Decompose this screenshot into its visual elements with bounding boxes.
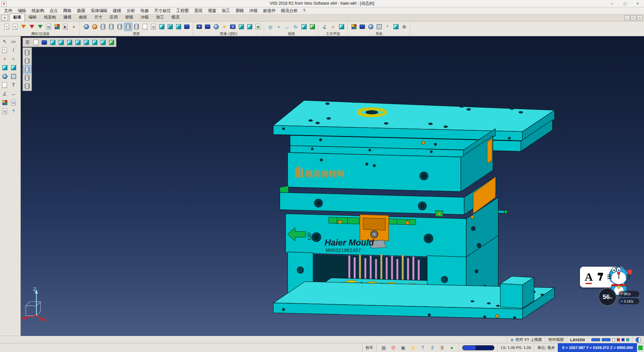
menu-standard-parts[interactable]: 标准件 <box>260 7 278 14</box>
view-mode-cell[interactable]: ⊕ 绝对 XY 上视图 <box>507 337 545 343</box>
menu-mold[interactable]: 塑模 <box>233 7 247 14</box>
filter-orange-icon[interactable] <box>19 23 28 31</box>
dimension-tool-icon[interactable]: ↔ <box>9 90 17 98</box>
globe-cell[interactable] <box>632 337 644 343</box>
tab-moldflow[interactable]: 模流 <box>168 13 183 21</box>
save-status-icon[interactable]: ▣ <box>399 344 407 352</box>
color-swatch-white[interactable] <box>612 338 615 341</box>
clipboard-icon[interactable]: ▤ <box>1 107 9 115</box>
zoom-in-icon[interactable]: + <box>275 23 283 31</box>
attribute-edit-icon[interactable]: ✎ <box>3 23 11 31</box>
help-status-icon[interactable]: ? <box>419 344 427 352</box>
snap-settings-icon[interactable]: * <box>383 23 391 31</box>
menu-moldflow[interactable]: 模流分析 <box>278 7 301 14</box>
absolute-view-cell[interactable]: 绝对视图 <box>545 337 567 343</box>
pan-view-icon[interactable]: ↔ <box>283 23 291 31</box>
clear-filter-icon[interactable]: × <box>70 23 78 31</box>
minimize-button[interactable]: – <box>606 0 619 7</box>
display-wireframe-cylinder-icon[interactable] <box>23 57 31 65</box>
mask-filter-icon[interactable]: ◧ <box>61 23 69 31</box>
system-cube-icon[interactable] <box>392 23 400 31</box>
tab-machining[interactable]: 加工 <box>152 13 168 21</box>
lock-cell[interactable]: 拴牢 <box>362 343 376 352</box>
cursor-select-icon[interactable]: ↖ <box>1 37 9 45</box>
menu-machining[interactable]: 加工 <box>219 7 233 14</box>
view-menu-icon[interactable]: ☰ <box>23 38 32 46</box>
layer-cell[interactable]: LAYER0 <box>567 337 588 343</box>
rotate-view-icon[interactable]: ↻ <box>291 23 300 31</box>
right-view-cube-icon[interactable] <box>74 38 82 46</box>
regenerate-icon[interactable] <box>91 23 99 31</box>
ok-status-icon[interactable]: ● <box>448 344 456 352</box>
iso-view-cube-icon[interactable] <box>49 38 57 46</box>
color-swatch-blue[interactable] <box>622 338 625 341</box>
menu-help[interactable]: ? <box>301 8 308 14</box>
no-snap-icon[interactable]: ∅ <box>389 344 397 352</box>
cube-tool-icon[interactable] <box>9 63 17 72</box>
snap-s-icon[interactable]: S <box>438 344 446 352</box>
pin-status-icon[interactable]: ▦ <box>380 344 388 352</box>
mold-model[interactable]: 模具资料网 <box>273 100 554 319</box>
tab-apply[interactable]: 应用 <box>106 13 121 21</box>
menu-window[interactable]: 视窗 <box>205 7 219 14</box>
bottom-view-cube-icon[interactable] <box>99 38 107 46</box>
text-tool-icon[interactable]: T <box>9 81 17 89</box>
speed-percent-badge[interactable]: 56% <box>598 288 616 306</box>
cylinder-wireframe-icon[interactable] <box>107 23 115 31</box>
tab-mold[interactable]: 塑模 <box>121 13 137 21</box>
sketch-pencil-icon[interactable]: ✎ <box>1 46 9 54</box>
color-table-icon[interactable] <box>350 23 358 31</box>
cylinder-outline-icon[interactable] <box>132 23 141 31</box>
render-light-icon[interactable]: ☀ <box>220 23 228 31</box>
color-filter-icon[interactable] <box>53 23 61 31</box>
palette-icon[interactable] <box>1 98 9 106</box>
image-export-icon[interactable]: ▣ <box>254 23 262 31</box>
grid-tool-icon[interactable] <box>9 72 17 80</box>
chevron-down-icon[interactable]: ▼ <box>1 15 8 21</box>
display-hidden-line-cylinder-icon[interactable] <box>23 65 31 73</box>
sheet-white-icon[interactable] <box>141 23 149 31</box>
select-box-icon[interactable]: ▭ <box>9 37 17 45</box>
circle-tool-icon[interactable]: ○ <box>9 55 17 63</box>
menu-die[interactable]: 冲模 <box>247 7 260 14</box>
cylinder-hidden-line-icon[interactable] <box>116 23 124 31</box>
box-pan-icon[interactable] <box>158 23 166 31</box>
mdi-restore-button[interactable]: □ <box>631 15 636 20</box>
filter-red-icon[interactable] <box>28 23 36 31</box>
help-tool-icon[interactable]: ? <box>9 107 17 115</box>
box-zoom-icon[interactable]: + <box>174 23 182 31</box>
workplane-angle-icon[interactable]: ∠ <box>321 23 329 31</box>
display-shaded-cylinder-icon[interactable] <box>23 48 31 56</box>
quick-bolt-icon[interactable]: ⚡ <box>409 344 417 352</box>
scale-cell[interactable]: LS: 1.00 PS: 1.00 <box>497 343 534 352</box>
top-view-cube-icon[interactable] <box>65 38 73 46</box>
measure-icon[interactable]: ∠ <box>1 90 9 98</box>
layers-tool-icon[interactable]: ▤ <box>9 98 17 106</box>
color-indicator-cell[interactable] <box>588 337 632 343</box>
axes-icon[interactable]: + <box>1 55 9 63</box>
color-swatch-cyan[interactable] <box>626 338 629 341</box>
two-status-icon[interactable]: 2 <box>428 344 436 352</box>
mdi-close-button[interactable]: × <box>637 15 643 20</box>
white-frame-icon[interactable] <box>32 38 40 46</box>
tab-wireframe[interactable]: 线架构 <box>40 13 60 21</box>
maximize-button[interactable]: □ <box>619 0 631 7</box>
tab-standard[interactable]: 标准 <box>9 13 25 21</box>
layer-filter-icon[interactable]: ▤ <box>45 23 53 31</box>
units-cell[interactable]: 单位: 毫米 <box>534 343 558 352</box>
close-button[interactable]: × <box>631 0 644 7</box>
workplane-origin-icon[interactable]: + <box>329 23 337 31</box>
tab-modeling[interactable]: 建模 <box>60 13 75 21</box>
cylinder-dashed-icon[interactable] <box>124 23 132 31</box>
plane-sheet-icon[interactable] <box>1 81 9 89</box>
line-tool-icon[interactable]: / <box>9 46 17 54</box>
tab-dimension[interactable]: 尺寸 <box>91 13 106 21</box>
render-material-icon[interactable] <box>212 23 220 31</box>
attribute-copy-icon[interactable]: ≡ <box>11 23 19 31</box>
transparency-icon[interactable] <box>246 23 254 31</box>
wireframe-view-icon[interactable] <box>300 23 308 31</box>
filter-green-icon[interactable] <box>36 23 44 31</box>
render-shadow-icon[interactable] <box>204 23 212 31</box>
tab-surface[interactable]: 曲面 <box>75 13 91 21</box>
sheet-stack-icon[interactable]: ▤ <box>149 23 157 31</box>
